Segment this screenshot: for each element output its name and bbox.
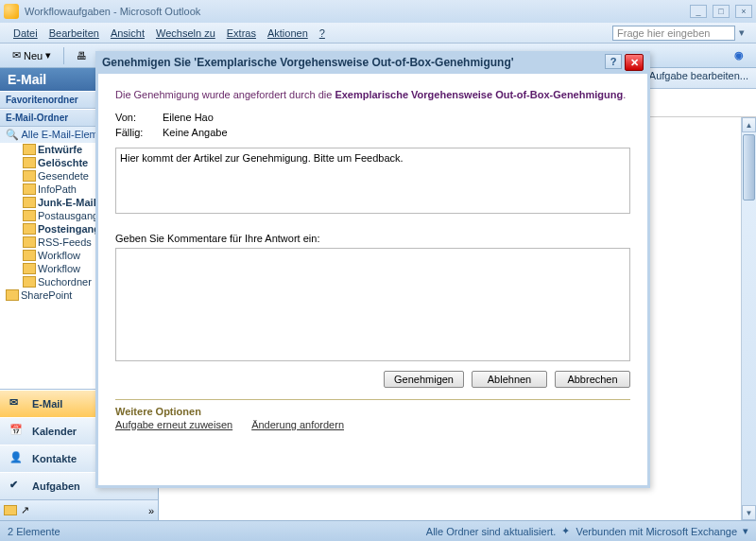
tree-item-label: Gesendete	[38, 170, 89, 182]
dialog-help-button[interactable]: ?	[605, 54, 622, 69]
tree-item-label: RSS-Feeds	[38, 236, 92, 248]
tree-item-label: Workflow	[38, 263, 80, 274]
statusbar: 2 Elemente Alle Ordner sind aktualisiert…	[0, 520, 756, 541]
dropdown-icon: ▾	[45, 49, 51, 61]
due-label: Fällig:	[115, 127, 163, 138]
sp-icon	[6, 289, 19, 301]
tree-item-label: Postausgang	[38, 210, 98, 221]
folder-icon	[23, 183, 36, 195]
window-title: Workflowaufgaben - Microsoft Outlook	[25, 6, 200, 17]
tree-item-label: Junk-E-Mail	[38, 197, 96, 208]
folder-icon[interactable]	[4, 505, 17, 515]
nav-configure-icon[interactable]: »	[148, 505, 154, 516]
tasks-icon: ✔	[9, 479, 26, 494]
nav-footer: ↗ »	[0, 499, 158, 520]
tree-item-label: InfoPath	[38, 183, 77, 195]
toolbar-separator	[63, 47, 64, 64]
menu-actions[interactable]: Aktionen	[262, 26, 314, 41]
due-value: Keine Angabe	[163, 127, 228, 138]
help-icon: ◉	[734, 49, 744, 61]
folder-icon	[23, 263, 36, 274]
from-label: Von:	[115, 112, 163, 123]
search-icon: 🔍	[6, 129, 19, 140]
reassign-task-link[interactable]: Aufgabe erneut zuweisen	[115, 419, 232, 430]
menu-goto[interactable]: Wechseln zu	[150, 26, 221, 41]
junk-icon	[23, 197, 36, 208]
approval-dialog: Genehmigen Sie 'Exemplarische Vorgehensw…	[95, 51, 650, 488]
dialog-close-button[interactable]: ✕	[625, 54, 644, 71]
outlook-logo-icon	[4, 4, 19, 19]
more-options-heading: Weitere Optionen	[115, 406, 630, 417]
status-item-count: 2 Elemente	[8, 526, 60, 537]
menu-view[interactable]: Ansicht	[105, 26, 150, 41]
tree-item-label: SharePoint	[21, 289, 72, 301]
dialog-message-box: Hier kommt der Artikel zur Genehmigung. …	[115, 148, 630, 214]
scrollbar[interactable]: ▲ ▼	[741, 117, 756, 520]
tree-item-label: Workflow	[38, 250, 80, 261]
maximize-button[interactable]: □	[713, 5, 730, 18]
shortcut-icon[interactable]: ↗	[21, 504, 29, 516]
dialog-title: Genehmigen Sie 'Exemplarische Vorgehensw…	[102, 56, 514, 69]
contacts-icon: 👤	[9, 451, 26, 466]
window-titlebar: Workflowaufgaben - Microsoft Outlook _ □…	[0, 0, 756, 23]
help-toolbar-button[interactable]: ◉	[728, 46, 750, 64]
ask-dropdown-icon[interactable]: ▾	[735, 26, 748, 39]
menu-extras[interactable]: Extras	[221, 26, 262, 41]
scroll-up-icon[interactable]: ▲	[742, 117, 756, 132]
folder-icon	[23, 250, 36, 261]
tree-item-label: Suchordner	[38, 276, 92, 288]
tree-item-label: Entwürfe	[38, 144, 82, 155]
from-value: Eilene Hao	[163, 112, 214, 123]
draft-icon	[23, 144, 36, 155]
new-mail-icon: ✉	[12, 49, 21, 61]
approve-button[interactable]: Genehmigen	[384, 371, 464, 388]
calendar-icon: 📅	[9, 424, 26, 439]
new-button[interactable]: ✉ Neu ▾	[6, 46, 58, 64]
new-label: Neu	[24, 50, 43, 61]
sent-icon	[23, 170, 36, 182]
trash-icon	[23, 157, 36, 168]
reject-button[interactable]: Ablehnen	[472, 371, 547, 388]
menu-edit[interactable]: Bearbeiten	[43, 26, 105, 41]
print-button[interactable]: 🖶	[70, 47, 94, 64]
minimize-button[interactable]: _	[690, 5, 707, 18]
comment-label: Geben Sie Kommentare für Ihre Antwort ei…	[115, 233, 630, 244]
tree-item-label: Gelöschte	[38, 157, 88, 168]
comment-textarea[interactable]	[115, 248, 630, 361]
close-window-button[interactable]: ×	[735, 5, 752, 18]
tree-item-label: Posteingang	[38, 223, 100, 235]
status-sync: Alle Ordner sind aktualisiert.	[426, 526, 557, 537]
menu-help[interactable]: ?	[314, 26, 331, 41]
outbox-icon	[23, 210, 36, 221]
inbox-icon	[23, 223, 36, 235]
scroll-down-icon[interactable]: ▼	[742, 505, 756, 520]
cancel-button[interactable]: Abbrechen	[555, 371, 630, 388]
dialog-intro-text: Die Genehmigung wurde angefordert durch …	[115, 89, 630, 100]
dialog-divider	[115, 399, 630, 400]
search-icon	[23, 276, 36, 288]
rss-icon	[23, 236, 36, 248]
status-connection: Verbunden mit Microsoft Exchange	[576, 526, 737, 537]
ask-question-input[interactable]: Frage hier eingeben	[612, 26, 735, 41]
mail-icon: ✉	[9, 396, 26, 411]
scroll-thumb[interactable]	[743, 134, 755, 201]
request-change-link[interactable]: Änderung anfordern	[251, 419, 344, 430]
status-dropdown-icon[interactable]: ▾	[743, 525, 748, 537]
connection-icon: ✦	[561, 525, 570, 537]
menubar: Datei Bearbeiten Ansicht Wechseln zu Ext…	[0, 23, 756, 44]
print-icon: 🖶	[77, 50, 87, 61]
menu-file[interactable]: Datei	[8, 26, 43, 41]
